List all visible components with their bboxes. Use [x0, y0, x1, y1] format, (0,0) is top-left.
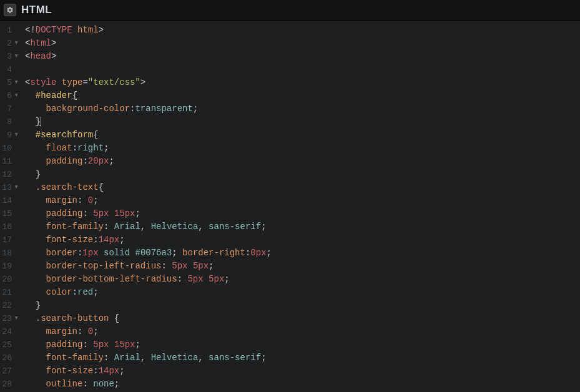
code-line[interactable]: margin: 0;: [25, 325, 272, 338]
code-line[interactable]: outline: none;: [25, 378, 272, 391]
code-line[interactable]: <html>: [25, 37, 272, 50]
line-number: 26: [0, 351, 20, 365]
code-line[interactable]: padding:20px;: [25, 155, 272, 168]
panel-title: HTML: [21, 4, 52, 16]
line-number: 28: [0, 378, 20, 391]
line-number: 10: [0, 142, 20, 155]
line-number: 27: [0, 365, 20, 378]
line-number: 21: [0, 286, 20, 299]
line-number: 2▼: [0, 37, 20, 50]
code-line[interactable]: }: [25, 168, 272, 181]
fold-icon[interactable]: ▼: [13, 37, 18, 50]
line-number: 5▼: [0, 76, 20, 89]
fold-icon[interactable]: ▼: [13, 181, 18, 194]
line-number: 25: [0, 338, 20, 351]
line-number: 18: [0, 247, 20, 260]
code-line[interactable]: #header{: [25, 89, 272, 102]
code-line[interactable]: <style type="text/css">: [25, 76, 272, 89]
line-number: 3▼: [0, 50, 20, 63]
code-area[interactable]: <!DOCTYPE html><html><head><style type="…: [20, 21, 272, 392]
code-line[interactable]: font-family: Arial, Helvetica, sans-seri…: [25, 351, 272, 365]
code-line[interactable]: padding: 5px 15px;: [25, 338, 272, 351]
line-number: 7: [0, 102, 20, 115]
code-line[interactable]: padding: 5px 15px;: [25, 207, 272, 220]
code-line[interactable]: .search-button {: [25, 312, 272, 325]
code-line[interactable]: <head>: [25, 50, 272, 63]
panel-header: HTML: [0, 0, 580, 21]
settings-button[interactable]: [4, 4, 16, 16]
code-line[interactable]: }: [25, 115, 272, 129]
fold-icon[interactable]: ▼: [13, 312, 18, 325]
line-gutter: 12▼3▼45▼6▼789▼10111213▼14151617181920212…: [0, 21, 20, 392]
code-line[interactable]: border:1px solid #0076a3; border-right:0…: [25, 247, 272, 260]
line-number: 15: [0, 207, 20, 220]
code-line[interactable]: font-size:14px;: [25, 365, 272, 378]
gear-icon: [6, 6, 14, 14]
code-line[interactable]: border-bottom-left-radius: 5px 5px;: [25, 273, 272, 286]
line-number: 16: [0, 220, 20, 233]
code-line[interactable]: border-top-left-radius: 5px 5px;: [25, 260, 272, 273]
line-number: 6▼: [0, 89, 20, 102]
line-number: 4: [0, 63, 20, 76]
line-number: 20: [0, 273, 20, 286]
line-number: 1: [0, 24, 20, 37]
line-number: 22: [0, 299, 20, 312]
code-line[interactable]: margin: 0;: [25, 194, 272, 207]
line-number: 13▼: [0, 181, 20, 194]
fold-icon[interactable]: ▼: [13, 89, 18, 102]
fold-icon[interactable]: ▼: [13, 76, 18, 89]
code-line[interactable]: color:red;: [25, 286, 272, 299]
fold-icon[interactable]: ▼: [13, 50, 18, 63]
line-number: 11: [0, 155, 20, 168]
line-number: 12: [0, 168, 20, 181]
line-number: 14: [0, 194, 20, 207]
line-number: 19: [0, 260, 20, 273]
line-number: 9▼: [0, 129, 20, 142]
fold-icon[interactable]: ▼: [13, 129, 18, 142]
line-number: 23▼: [0, 312, 20, 325]
code-line[interactable]: background-color:transparent;: [25, 102, 272, 115]
code-line[interactable]: font-size:14px;: [25, 233, 272, 247]
code-line[interactable]: }: [25, 299, 272, 312]
code-editor[interactable]: 12▼3▼45▼6▼789▼10111213▼14151617181920212…: [0, 21, 580, 392]
line-number: 8: [0, 115, 20, 129]
code-line[interactable]: float:right;: [25, 142, 272, 155]
code-line[interactable]: .search-text{: [25, 181, 272, 194]
line-number: 17: [0, 233, 20, 247]
code-line[interactable]: font-family: Arial, Helvetica, sans-seri…: [25, 220, 272, 233]
code-line[interactable]: #searchform{: [25, 129, 272, 142]
code-line[interactable]: [25, 63, 272, 76]
code-line[interactable]: <!DOCTYPE html>: [25, 24, 272, 37]
line-number: 24: [0, 325, 20, 338]
